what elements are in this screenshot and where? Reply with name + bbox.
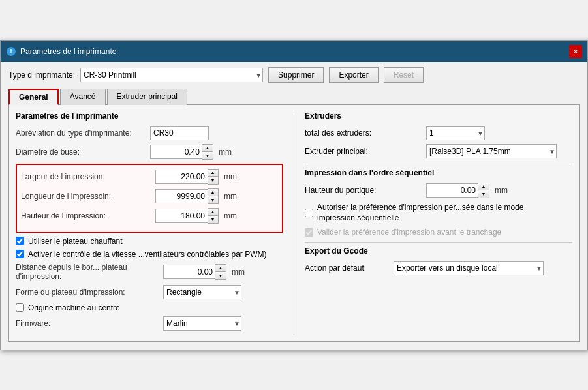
buse-spinner: ▲ ▼ [150, 144, 213, 160]
distance-spinner-btns: ▲ ▼ [215, 264, 226, 280]
portique-group: Hauteur du portique: ▲ ▼ mm [305, 183, 572, 198]
longueur-input[interactable] [155, 189, 208, 203]
buse-input[interactable] [150, 145, 202, 159]
extruder-principal-group: Extruder principal: [Raise3D] PLA 1.75mm… [305, 144, 572, 158]
distance-up-button[interactable]: ▲ [215, 265, 226, 272]
plateau-chauffant-checkbox[interactable] [16, 237, 24, 245]
forme-select[interactable]: Rectangle Ellipse Custom [163, 285, 241, 299]
largeur-label: Largeur de l impression: [21, 172, 151, 181]
content-area: Parametres de l imprimante Abréviation d… [8, 105, 580, 342]
autoriser-group: Autoriser la préférence d'impression per… [305, 202, 572, 224]
distance-spinner: ▲ ▼ [163, 264, 226, 280]
export-button[interactable]: Exporter [329, 67, 378, 83]
abbreviation-group: Abréviation du type d'imprimante: [16, 126, 283, 140]
printer-type-select[interactable]: CR-30 Printmill [80, 68, 263, 82]
dimensions-highlighted-section: Largeur de l impression: ▲ ▼ mm Longueur [16, 164, 283, 233]
total-extruders-group: total des extruders: 1 2 3 ▼ [305, 126, 572, 140]
distance-unit: mm [232, 267, 245, 277]
printer-settings-window: i Parametres de l imprimante × Type d im… [0, 40, 588, 350]
extruder-principal-select[interactable]: [Raise3D] PLA 1.75mm [426, 144, 557, 158]
forme-dropdown-container: Rectangle Ellipse Custom ▼ [163, 285, 241, 299]
tab-general[interactable]: General [8, 89, 59, 105]
buse-spinner-btns: ▲ ▼ [202, 144, 213, 160]
hauteur-group: Hauteur de l impression: ▲ ▼ mm [21, 208, 278, 224]
distance-label: Distance depuis le bor... plateau d'impr… [16, 263, 159, 281]
sequential-title: Impression dans l'ordre séquentiel [305, 168, 572, 177]
origine-group: Origine machine au centre [16, 303, 283, 312]
portique-label: Hauteur du portique: [305, 186, 422, 195]
origine-checkbox[interactable] [16, 303, 24, 312]
largeur-down-button[interactable]: ▼ [208, 177, 218, 184]
printer-type-dropdown-container: CR-30 Printmill ▼ [80, 68, 263, 82]
right-panel: Extruders total des extruders: 1 2 3 ▼ E… [294, 112, 572, 335]
portique-spinner-btns: ▲ ▼ [478, 183, 489, 198]
left-panel: Parametres de l imprimante Abréviation d… [16, 112, 294, 335]
largeur-up-button[interactable]: ▲ [208, 170, 218, 177]
plateau-chauffant-label: Utiliser le plateau chauffant [28, 237, 123, 246]
portique-input[interactable] [426, 183, 478, 198]
longueur-spinner: ▲ ▼ [155, 188, 219, 204]
distance-input[interactable] [163, 265, 215, 279]
portique-down-button[interactable]: ▼ [478, 190, 489, 198]
largeur-input[interactable] [155, 170, 208, 184]
action-select[interactable]: Exporter vers un disque local Envoyer ve… [394, 261, 544, 275]
buse-down-button[interactable]: ▼ [202, 152, 213, 159]
plateau-chauffant-group: Utiliser le plateau chauffant [16, 237, 283, 246]
largeur-spinner: ▲ ▼ [155, 169, 219, 185]
abbreviation-input[interactable] [150, 126, 209, 140]
reset-button: Reset [384, 67, 424, 83]
total-extruders-label: total des extruders: [305, 128, 422, 138]
forme-group: Forme du plateau d'impression: Rectangle… [16, 285, 283, 299]
longueur-unit: mm [224, 192, 237, 201]
firmware-select[interactable]: Marlin Repetier Sailfish [163, 316, 241, 331]
forme-label: Forme du plateau d'impression: [16, 288, 159, 297]
action-dropdown-container: Exporter vers un disque local Envoyer ve… [394, 261, 544, 275]
extruder-principal-dropdown-container: [Raise3D] PLA 1.75mm ▼ [426, 144, 557, 158]
action-group: Action par défaut: Exporter vers un disq… [305, 261, 572, 275]
autoriser-checkbox[interactable] [305, 209, 313, 217]
longueur-up-button[interactable]: ▲ [208, 189, 218, 196]
divider-1 [305, 164, 572, 164]
hauteur-spinner-btns: ▲ ▼ [208, 208, 219, 224]
total-extruders-select[interactable]: 1 2 3 [426, 126, 485, 140]
valider-label: Valider la préférence d'impression avant… [317, 228, 501, 237]
hauteur-down-button[interactable]: ▼ [208, 216, 218, 223]
title-bar: i Parametres de l imprimante × [1, 41, 587, 62]
firmware-dropdown-container: Marlin Repetier Sailfish ▼ [163, 316, 241, 331]
longueur-down-button[interactable]: ▼ [208, 196, 218, 203]
portique-up-button[interactable]: ▲ [478, 183, 489, 190]
valider-group: Valider la préférence d'impression avant… [305, 228, 572, 237]
window-body: Type d imprimante: CR-30 Printmill ▼ Sup… [1, 62, 587, 350]
hauteur-up-button[interactable]: ▲ [208, 209, 218, 216]
buse-group: Diametre de buse: ▲ ▼ mm [16, 144, 283, 160]
close-button[interactable]: × [569, 45, 582, 58]
valider-checkbox [305, 228, 313, 237]
delete-button[interactable]: Supprimer [268, 67, 324, 83]
hauteur-spinner: ▲ ▼ [155, 208, 219, 224]
tab-avance[interactable]: Avancé [60, 89, 106, 105]
firmware-label: Firmware: [16, 319, 159, 328]
vitesse-ventilateurs-checkbox[interactable] [16, 250, 24, 258]
distance-down-button[interactable]: ▼ [215, 272, 226, 279]
buse-up-button[interactable]: ▲ [202, 145, 213, 152]
tab-extruder-principal[interactable]: Extruder principal [107, 89, 187, 105]
hauteur-input[interactable] [155, 209, 208, 223]
buse-label: Diametre de buse: [16, 147, 146, 157]
window-title: Parametres de l imprimante [20, 47, 565, 56]
tabs-row: General Avancé Extruder principal [8, 88, 580, 105]
vitesse-ventilateurs-group: Activer le contrôle de la vitesse ...ven… [16, 250, 283, 259]
largeur-group: Largeur de l impression: ▲ ▼ mm [21, 169, 278, 185]
longueur-spinner-btns: ▲ ▼ [208, 188, 219, 204]
origine-label: Origine machine au centre [28, 303, 120, 312]
printer-type-label: Type d imprimante: [8, 70, 75, 80]
abbreviation-label: Abréviation du type d'imprimante: [16, 128, 146, 138]
printer-type-row: Type d imprimante: CR-30 Printmill ▼ Sup… [8, 67, 580, 83]
longueur-label: Longueur de l impressoin: [21, 192, 151, 201]
hauteur-label: Hauteur de l impression: [21, 211, 151, 220]
left-section-title: Parametres de l imprimante [16, 112, 283, 121]
app-icon: i [6, 46, 16, 57]
divider-2 [305, 242, 572, 243]
buse-unit: mm [219, 147, 232, 157]
action-label: Action par défaut: [305, 263, 390, 273]
firmware-group: Firmware: Marlin Repetier Sailfish ▼ [16, 316, 283, 331]
